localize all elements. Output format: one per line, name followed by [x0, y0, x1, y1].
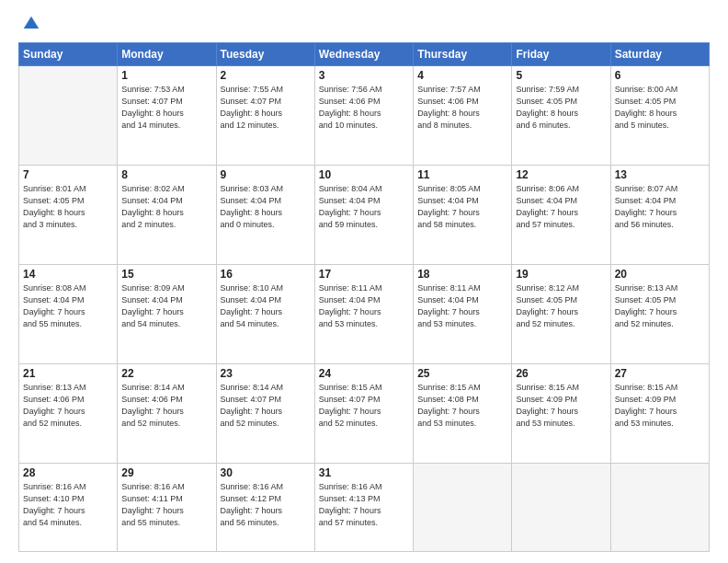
day-info: Sunrise: 8:15 AMSunset: 4:09 PMDaylight:…	[516, 382, 606, 430]
weekday-header-friday: Friday	[512, 43, 610, 66]
calendar-cell: 16Sunrise: 8:10 AMSunset: 4:04 PMDayligh…	[216, 265, 314, 364]
calendar-cell	[610, 464, 709, 552]
calendar-cell: 30Sunrise: 8:16 AMSunset: 4:12 PMDayligh…	[216, 464, 314, 552]
calendar-cell: 12Sunrise: 8:06 AMSunset: 4:04 PMDayligh…	[512, 166, 610, 265]
calendar-cell: 19Sunrise: 8:12 AMSunset: 4:05 PMDayligh…	[512, 265, 610, 364]
day-info: Sunrise: 8:00 AMSunset: 4:05 PMDaylight:…	[615, 84, 705, 132]
day-info: Sunrise: 8:16 AMSunset: 4:13 PMDaylight:…	[319, 481, 409, 529]
weekday-header-monday: Monday	[118, 43, 216, 66]
day-number: 22	[121, 367, 211, 380]
day-info: Sunrise: 8:03 AMSunset: 4:04 PMDaylight:…	[221, 183, 311, 231]
day-number: 19	[516, 268, 606, 281]
day-number: 27	[615, 367, 705, 380]
day-number: 2	[221, 69, 311, 82]
day-info: Sunrise: 8:02 AMSunset: 4:04 PMDaylight:…	[121, 183, 211, 231]
week-row-5: 28Sunrise: 8:16 AMSunset: 4:10 PMDayligh…	[19, 464, 710, 552]
calendar-cell: 25Sunrise: 8:15 AMSunset: 4:08 PMDayligh…	[414, 364, 512, 464]
calendar-cell: 2Sunrise: 7:55 AMSunset: 4:07 PMDaylight…	[216, 66, 314, 166]
day-number: 25	[417, 367, 507, 380]
day-number: 17	[319, 268, 409, 281]
calendar-cell: 18Sunrise: 8:11 AMSunset: 4:04 PMDayligh…	[414, 265, 512, 364]
day-info: Sunrise: 8:15 AMSunset: 4:07 PMDaylight:…	[319, 382, 409, 430]
calendar-cell: 10Sunrise: 8:04 AMSunset: 4:04 PMDayligh…	[314, 166, 413, 265]
day-info: Sunrise: 8:01 AMSunset: 4:05 PMDaylight:…	[23, 183, 113, 231]
day-info: Sunrise: 8:08 AMSunset: 4:04 PMDaylight:…	[23, 282, 113, 330]
calendar-cell	[512, 464, 610, 552]
calendar-cell: 9Sunrise: 8:03 AMSunset: 4:04 PMDaylight…	[216, 166, 314, 265]
calendar-cell: 28Sunrise: 8:16 AMSunset: 4:10 PMDayligh…	[19, 464, 118, 552]
day-info: Sunrise: 8:14 AMSunset: 4:06 PMDaylight:…	[121, 382, 211, 430]
day-number: 4	[417, 69, 507, 82]
calendar-cell: 23Sunrise: 8:14 AMSunset: 4:07 PMDayligh…	[216, 364, 314, 464]
header	[18, 15, 710, 33]
day-number: 24	[319, 367, 409, 380]
day-info: Sunrise: 7:57 AMSunset: 4:06 PMDaylight:…	[417, 84, 507, 132]
calendar-cell: 21Sunrise: 8:13 AMSunset: 4:06 PMDayligh…	[19, 364, 118, 464]
day-info: Sunrise: 8:04 AMSunset: 4:04 PMDaylight:…	[319, 183, 409, 231]
day-info: Sunrise: 8:16 AMSunset: 4:10 PMDaylight:…	[23, 481, 113, 529]
day-info: Sunrise: 8:13 AMSunset: 4:05 PMDaylight:…	[615, 282, 705, 330]
day-info: Sunrise: 7:53 AMSunset: 4:07 PMDaylight:…	[121, 84, 211, 132]
calendar-cell: 5Sunrise: 7:59 AMSunset: 4:05 PMDaylight…	[512, 66, 610, 166]
weekday-header-saturday: Saturday	[610, 43, 709, 66]
weekday-header-thursday: Thursday	[414, 43, 512, 66]
calendar-cell	[19, 66, 118, 166]
day-number: 28	[23, 466, 113, 479]
day-number: 21	[23, 367, 113, 380]
day-info: Sunrise: 8:07 AMSunset: 4:04 PMDaylight:…	[615, 183, 705, 231]
week-row-2: 7Sunrise: 8:01 AMSunset: 4:05 PMDaylight…	[19, 166, 710, 265]
day-number: 20	[615, 268, 705, 281]
weekday-header-wednesday: Wednesday	[314, 43, 413, 66]
logo	[18, 15, 40, 33]
week-row-4: 21Sunrise: 8:13 AMSunset: 4:06 PMDayligh…	[19, 364, 710, 464]
day-info: Sunrise: 8:14 AMSunset: 4:07 PMDaylight:…	[221, 382, 311, 430]
calendar-cell: 6Sunrise: 8:00 AMSunset: 4:05 PMDaylight…	[610, 66, 709, 166]
calendar-cell: 7Sunrise: 8:01 AMSunset: 4:05 PMDaylight…	[19, 166, 118, 265]
page: SundayMondayTuesdayWednesdayThursdayFrid…	[0, 0, 728, 563]
week-row-1: 1Sunrise: 7:53 AMSunset: 4:07 PMDaylight…	[19, 66, 710, 166]
calendar-cell: 1Sunrise: 7:53 AMSunset: 4:07 PMDaylight…	[118, 66, 216, 166]
weekday-header-row: SundayMondayTuesdayWednesdayThursdayFrid…	[19, 43, 710, 66]
day-number: 10	[319, 168, 409, 181]
day-info: Sunrise: 8:09 AMSunset: 4:04 PMDaylight:…	[121, 282, 211, 330]
calendar-cell: 15Sunrise: 8:09 AMSunset: 4:04 PMDayligh…	[118, 265, 216, 364]
calendar-cell: 11Sunrise: 8:05 AMSunset: 4:04 PMDayligh…	[414, 166, 512, 265]
week-row-3: 14Sunrise: 8:08 AMSunset: 4:04 PMDayligh…	[19, 265, 710, 364]
day-number: 3	[319, 69, 409, 82]
day-number: 15	[121, 268, 211, 281]
calendar-cell: 20Sunrise: 8:13 AMSunset: 4:05 PMDayligh…	[610, 265, 709, 364]
day-info: Sunrise: 8:15 AMSunset: 4:08 PMDaylight:…	[417, 382, 507, 430]
calendar-cell: 26Sunrise: 8:15 AMSunset: 4:09 PMDayligh…	[512, 364, 610, 464]
day-info: Sunrise: 7:59 AMSunset: 4:05 PMDaylight:…	[516, 84, 606, 132]
day-info: Sunrise: 8:11 AMSunset: 4:04 PMDaylight:…	[417, 282, 507, 330]
day-number: 5	[516, 69, 606, 82]
day-number: 1	[121, 69, 211, 82]
calendar-cell: 4Sunrise: 7:57 AMSunset: 4:06 PMDaylight…	[414, 66, 512, 166]
day-number: 7	[23, 168, 113, 181]
calendar-cell: 31Sunrise: 8:16 AMSunset: 4:13 PMDayligh…	[314, 464, 413, 552]
day-info: Sunrise: 8:11 AMSunset: 4:04 PMDaylight:…	[319, 282, 409, 330]
day-number: 9	[221, 168, 311, 181]
day-info: Sunrise: 8:12 AMSunset: 4:05 PMDaylight:…	[516, 282, 606, 330]
day-info: Sunrise: 8:16 AMSunset: 4:12 PMDaylight:…	[221, 481, 311, 529]
day-number: 29	[121, 466, 211, 479]
day-info: Sunrise: 7:55 AMSunset: 4:07 PMDaylight:…	[221, 84, 311, 132]
calendar-cell: 3Sunrise: 7:56 AMSunset: 4:06 PMDaylight…	[314, 66, 413, 166]
day-number: 26	[516, 367, 606, 380]
day-number: 23	[221, 367, 311, 380]
calendar-cell: 29Sunrise: 8:16 AMSunset: 4:11 PMDayligh…	[118, 464, 216, 552]
day-number: 6	[615, 69, 705, 82]
logo-icon	[22, 15, 40, 33]
day-number: 13	[615, 168, 705, 181]
day-number: 31	[319, 466, 409, 479]
calendar-cell: 8Sunrise: 8:02 AMSunset: 4:04 PMDaylight…	[118, 166, 216, 265]
day-number: 14	[23, 268, 113, 281]
weekday-header-tuesday: Tuesday	[216, 43, 314, 66]
calendar-cell	[414, 464, 512, 552]
day-number: 30	[221, 466, 311, 479]
day-info: Sunrise: 8:13 AMSunset: 4:06 PMDaylight:…	[23, 382, 113, 430]
calendar-cell: 22Sunrise: 8:14 AMSunset: 4:06 PMDayligh…	[118, 364, 216, 464]
day-info: Sunrise: 8:05 AMSunset: 4:04 PMDaylight:…	[417, 183, 507, 231]
day-info: Sunrise: 8:10 AMSunset: 4:04 PMDaylight:…	[221, 282, 311, 330]
day-number: 8	[121, 168, 211, 181]
